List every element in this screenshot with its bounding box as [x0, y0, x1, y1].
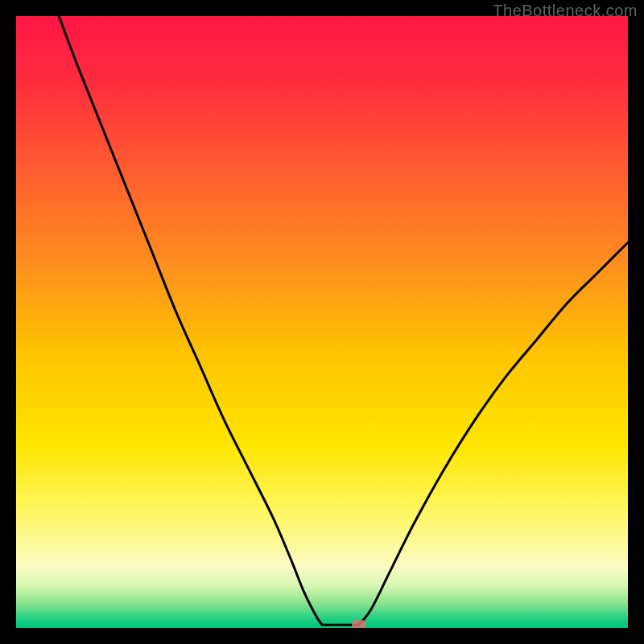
- background-gradient: [16, 16, 628, 628]
- watermark-text: TheBottleneck.com: [493, 2, 638, 20]
- svg-rect-0: [16, 16, 628, 628]
- optimal-marker: [352, 620, 366, 628]
- chart-frame: TheBottleneck.com: [0, 0, 644, 644]
- plot-area: [16, 16, 628, 628]
